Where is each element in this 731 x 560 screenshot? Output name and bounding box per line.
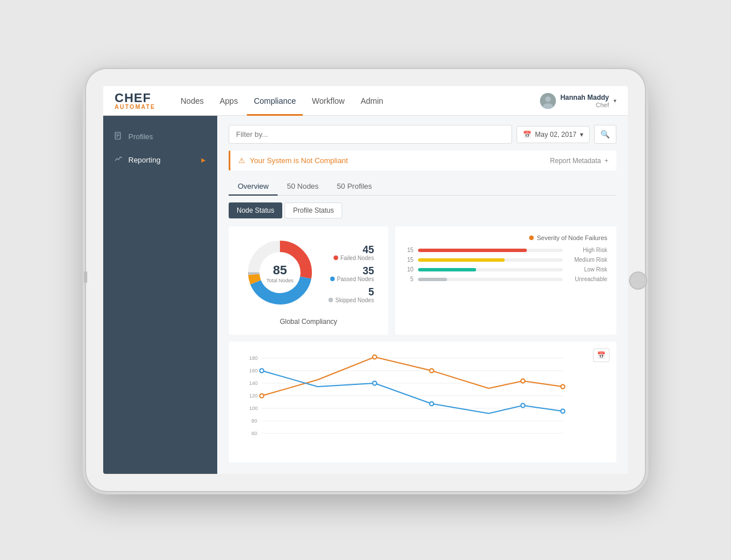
svg-text:140: 140 bbox=[249, 380, 258, 386]
sidebar-arrow-icon: ▶ bbox=[201, 157, 206, 163]
search-button[interactable]: 🔍 bbox=[594, 125, 616, 144]
date-value: May 02, 2017 bbox=[535, 131, 576, 139]
nav-item-nodes[interactable]: Nodes bbox=[174, 86, 210, 116]
svg-text:100: 100 bbox=[249, 405, 258, 411]
medium-risk-track bbox=[418, 258, 563, 262]
top-nav: CHEF AUTOMATE Nodes Apps Compliance Work… bbox=[103, 86, 628, 116]
user-info: Hannah Maddy Chef bbox=[561, 94, 609, 108]
svg-text:60: 60 bbox=[251, 431, 257, 436]
severity-legend-label: Severity of Node Failures bbox=[537, 234, 608, 241]
legend-passed: 35 Passed Nodes bbox=[328, 266, 374, 282]
user-area[interactable]: Hannah Maddy Chef ▾ bbox=[540, 93, 616, 109]
date-picker[interactable]: 📅 May 02, 2017 ▾ bbox=[517, 126, 590, 143]
nav-item-compliance[interactable]: Compliance bbox=[247, 86, 303, 116]
alert-bar: ⚠ Your System is Not Compliant Report Me… bbox=[229, 151, 616, 171]
passed-number: 35 bbox=[363, 266, 374, 276]
search-icon: 🔍 bbox=[600, 130, 610, 139]
skipped-label-row: Skipped Nodes bbox=[328, 297, 374, 303]
failed-label-row: Failed Nodes bbox=[334, 255, 374, 261]
dropdown-chevron-icon: ▾ bbox=[580, 131, 583, 139]
tablet-home-button bbox=[629, 271, 647, 290]
logo: CHEF AUTOMATE bbox=[115, 92, 156, 110]
user-name: Hannah Maddy bbox=[561, 94, 609, 102]
svg-text:120: 120 bbox=[249, 393, 258, 399]
svg-text:80: 80 bbox=[251, 418, 257, 424]
medium-risk-label: Medium Risk bbox=[567, 257, 607, 263]
calendar-icon: 📅 bbox=[523, 131, 531, 139]
medium-risk-bar bbox=[418, 258, 505, 262]
tab-50-profiles[interactable]: 50 Profiles bbox=[328, 177, 381, 195]
nav-item-apps[interactable]: Apps bbox=[213, 86, 245, 116]
svg-point-1 bbox=[543, 103, 553, 109]
donut-center: 85 Total Nodes bbox=[266, 264, 294, 283]
tabs-row: Overview 50 Nodes 50 Profiles bbox=[229, 177, 616, 196]
failed-label: Failed Nodes bbox=[340, 255, 374, 261]
svg-point-30 bbox=[260, 369, 264, 373]
low-risk-bar bbox=[418, 268, 476, 271]
total-nodes-label: Total Nodes bbox=[266, 278, 294, 283]
add-icon: + bbox=[604, 157, 608, 165]
report-metadata-button[interactable]: Report Metadata + bbox=[550, 157, 608, 165]
chevron-down-icon: ▾ bbox=[614, 98, 616, 104]
severity-header: Severity of Node Failures bbox=[404, 234, 607, 241]
unreachable-track bbox=[418, 278, 563, 281]
total-nodes-number: 85 bbox=[266, 264, 294, 277]
donut-chart: 85 Total Nodes bbox=[243, 236, 317, 312]
sidebar-item-profiles[interactable]: Profiles bbox=[103, 125, 217, 148]
low-risk-track bbox=[418, 268, 563, 271]
profile-status-button[interactable]: Profile Status bbox=[285, 202, 342, 218]
svg-point-34 bbox=[561, 409, 565, 413]
content-area: 📅 May 02, 2017 ▾ 🔍 ⚠ Your System is Not … bbox=[217, 116, 628, 474]
main-layout: Profiles Reporting ▶ bbox=[103, 116, 628, 474]
alert-message: Your System is Not Compliant bbox=[250, 156, 348, 165]
severity-row-medium: 15 Medium Risk bbox=[404, 257, 607, 263]
sidebar-item-reporting[interactable]: Reporting ▶ bbox=[103, 148, 217, 172]
sidebar: Profiles Reporting ▶ bbox=[103, 116, 217, 474]
severity-card: Severity of Node Failures 15 High Risk bbox=[395, 226, 616, 335]
logo-automate: AUTOMATE bbox=[115, 104, 156, 110]
unreachable-label: Unreachable bbox=[567, 276, 607, 282]
svg-text:160: 160 bbox=[249, 368, 258, 374]
failed-number: 45 bbox=[363, 245, 374, 255]
svg-point-0 bbox=[545, 96, 551, 102]
passed-dot bbox=[330, 277, 335, 281]
tab-50-nodes[interactable]: 50 Nodes bbox=[278, 177, 328, 195]
avatar bbox=[540, 93, 556, 109]
severity-row-unreachable: 5 Unreachable bbox=[404, 276, 607, 282]
nav-item-workflow[interactable]: Workflow bbox=[305, 86, 351, 116]
svg-point-29 bbox=[561, 385, 565, 389]
nav-items: Nodes Apps Compliance Workflow Admin bbox=[174, 86, 540, 116]
legend-failed: 45 Failed Nodes bbox=[328, 245, 374, 261]
sidebar-reporting-label: Reporting bbox=[128, 156, 160, 164]
passed-label: Passed Nodes bbox=[337, 276, 374, 282]
failed-dot bbox=[334, 255, 338, 260]
donut-content: 85 Total Nodes 45 Failed Nodes bbox=[243, 236, 374, 312]
nav-item-admin[interactable]: Admin bbox=[354, 86, 390, 116]
high-risk-label: High Risk bbox=[567, 247, 607, 253]
severity-rows: 15 High Risk 15 bbox=[404, 247, 607, 282]
reporting-icon bbox=[115, 155, 123, 165]
high-risk-bar bbox=[418, 249, 527, 252]
legend-skipped: 5 Skipped Nodes bbox=[328, 287, 374, 303]
svg-point-28 bbox=[521, 379, 525, 383]
passed-label-row: Passed Nodes bbox=[330, 276, 374, 282]
line-chart-svg: 180 160 140 120 100 80 60 bbox=[238, 350, 568, 452]
tablet-frame: CHEF AUTOMATE Nodes Apps Compliance Work… bbox=[86, 69, 645, 491]
donut-title: Global Compliancy bbox=[280, 318, 338, 326]
donut-card: 85 Total Nodes 45 Failed Nodes bbox=[229, 226, 388, 335]
profiles-icon bbox=[115, 132, 123, 141]
node-status-button[interactable]: Node Status bbox=[229, 202, 282, 218]
tab-overview[interactable]: Overview bbox=[229, 177, 278, 195]
svg-point-27 bbox=[430, 369, 434, 373]
alert-left: ⚠ Your System is Not Compliant bbox=[238, 156, 348, 165]
svg-point-25 bbox=[260, 394, 264, 398]
sidebar-profiles-label: Profiles bbox=[128, 132, 153, 141]
tablet-side-button bbox=[84, 271, 87, 283]
line-chart-card: 📅 180 160 140 120 100 80 60 bbox=[229, 342, 616, 462]
skipped-label: Skipped Nodes bbox=[335, 297, 374, 303]
high-risk-track bbox=[418, 249, 563, 252]
line-chart-calendar-button[interactable]: 📅 bbox=[593, 348, 610, 362]
tablet-screen: CHEF AUTOMATE Nodes Apps Compliance Work… bbox=[103, 86, 628, 474]
dashboard-row: 85 Total Nodes 45 Failed Nodes bbox=[229, 226, 616, 335]
filter-input[interactable] bbox=[229, 125, 512, 144]
